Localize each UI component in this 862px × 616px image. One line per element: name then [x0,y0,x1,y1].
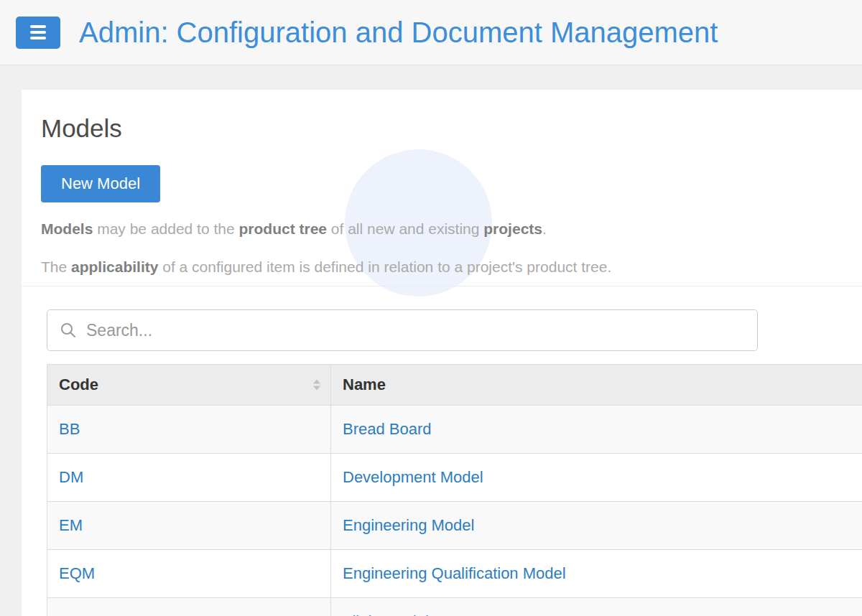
model-name-link[interactable]: Flight Model [343,612,429,616]
model-code-link[interactable]: EQM [59,564,95,582]
table-row: BB Bread Board [47,406,862,454]
models-table-section: Code Name BB Bread Board DM [22,286,862,616]
table-row: DM Development Model [47,454,862,502]
model-name-link[interactable]: Engineering Qualification Model [343,564,566,582]
models-header-section: Models New Model Models may be added to … [22,90,862,286]
search-icon [60,322,76,338]
column-header-code[interactable]: Code [47,365,331,406]
model-code-link[interactable]: BB [59,420,80,438]
hamburger-icon [30,25,46,28]
column-header-name[interactable]: Name [331,365,862,406]
model-code-link[interactable]: FM [59,612,82,616]
model-code-link[interactable]: DM [59,468,83,486]
sort-arrows-icon[interactable] [313,380,320,391]
description-line-1: Models may be added to the product tree … [41,217,843,241]
model-name-link[interactable]: Bread Board [343,420,432,438]
page-title: Admin: Configuration and Document Manage… [79,17,718,49]
table-row: FM Flight Model [47,598,862,616]
table-row: EQM Engineering Qualification Model [47,550,862,598]
model-name-link[interactable]: Engineering Model [343,516,474,534]
search-input[interactable] [86,321,744,340]
model-code-link[interactable]: EM [59,516,83,534]
description-line-2: The applicability of a configured item i… [41,255,843,279]
section-heading: Models [41,116,843,141]
menu-button[interactable] [16,17,60,49]
new-model-button[interactable]: New Model [41,165,160,202]
top-bar: Admin: Configuration and Document Manage… [0,0,862,65]
table-row: EM Engineering Model [47,502,862,550]
models-table: Code Name BB Bread Board DM [47,364,862,616]
model-name-link[interactable]: Development Model [343,468,483,486]
search-box[interactable] [47,309,758,351]
table-header-row: Code Name [47,365,862,406]
content-card: Models New Model Models may be added to … [22,90,862,616]
